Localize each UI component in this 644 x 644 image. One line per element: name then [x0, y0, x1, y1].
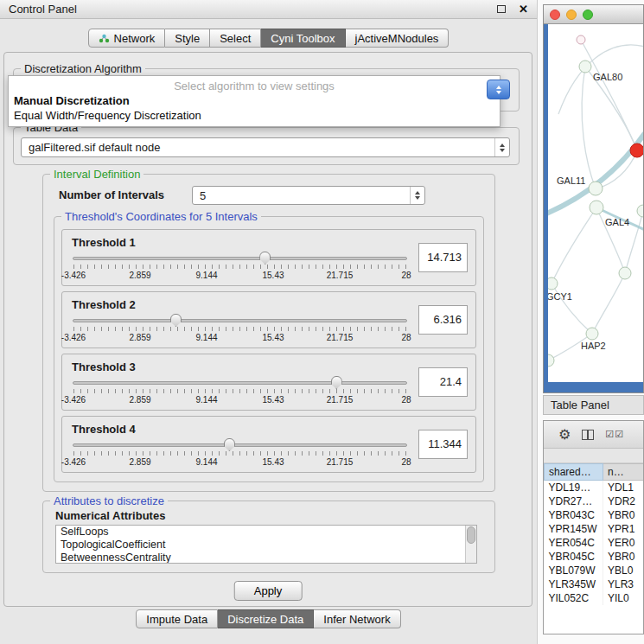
network-node[interactable] — [548, 354, 554, 367]
threshold-3-slider-area: Threshold 3 -3.426 2.859 9.144 15.43 — [70, 357, 410, 407]
network-graph: GAL80 GAL11 GAL4 GCY1 HAP2 — [548, 24, 643, 382]
apply-button[interactable]: Apply — [234, 581, 303, 601]
cell-shared-name[interactable]: YLR345W — [545, 577, 603, 591]
threshold-4-slider[interactable]: -3.426 2.859 9.144 15.43 21.715 28 — [73, 437, 407, 469]
number-of-intervals-stepper[interactable] — [410, 187, 424, 204]
columns-icon[interactable] — [582, 430, 594, 440]
algorithm-option-equal-width[interactable]: Equal Width/Frequency Discretization — [9, 108, 500, 123]
cell-name[interactable]: YBR0 — [603, 550, 644, 564]
slider-track[interactable] — [73, 257, 407, 260]
threshold-3-slider[interactable]: -3.426 2.859 9.144 15.43 21.715 28 — [73, 375, 407, 407]
slider-handle[interactable] — [331, 376, 342, 389]
table-row[interactable]: YBR043CYBR0 — [545, 508, 644, 522]
list-item[interactable]: TopologicalCoefficient — [56, 539, 476, 552]
network-edge[interactable] — [552, 207, 596, 284]
tab-discretize-data[interactable]: Discretize Data — [218, 609, 314, 628]
network-node[interactable] — [586, 328, 598, 340]
cell-shared-name[interactable]: YDL19… — [545, 481, 603, 494]
list-item[interactable]: BetweennessCentrality — [56, 552, 476, 564]
zoom-traffic-light-icon[interactable] — [583, 10, 593, 20]
algorithm-combo-stepper[interactable] — [487, 80, 510, 99]
threshold-2-slider[interactable]: -3.426 2.859 9.144 15.43 21.715 28 — [73, 313, 407, 345]
network-node[interactable] — [577, 35, 585, 44]
slider-handle[interactable] — [259, 252, 271, 265]
tab-style[interactable]: Style — [165, 29, 210, 48]
network-node[interactable] — [590, 201, 603, 214]
network-edge[interactable] — [592, 273, 625, 334]
network-edge[interactable] — [581, 40, 637, 150]
threshold-4-label: Threshold 4 — [72, 423, 410, 436]
table-data-combo-stepper[interactable] — [494, 138, 509, 156]
select-all-checkboxes-icon[interactable]: ☑☑ — [605, 429, 624, 440]
slider-track[interactable] — [73, 381, 407, 385]
slider-track[interactable] — [73, 319, 407, 322]
close-traffic-light-icon[interactable] — [550, 10, 560, 20]
threshold-3-panel: Threshold 3 -3.426 2.859 9.144 15.43 — [61, 354, 476, 411]
table-row[interactable]: YER054CYER0 — [545, 536, 644, 550]
table-row[interactable]: YIL052CYIL0 — [545, 591, 644, 605]
cell-name[interactable]: YIL0 — [603, 591, 644, 605]
scrollbar-thumb[interactable] — [467, 526, 475, 544]
slider-handle[interactable] — [224, 438, 235, 451]
table-row[interactable]: YBR045CYBR0 — [545, 550, 644, 564]
tab-impute-data[interactable]: Impute Data — [136, 609, 218, 628]
table-row[interactable]: YBL079WYBL0 — [545, 564, 644, 577]
scale-label: -3.426 — [61, 457, 86, 467]
cell-name[interactable]: YDL1 — [603, 481, 644, 494]
float-window-icon[interactable] — [497, 5, 506, 13]
network-tab-icon — [99, 34, 110, 43]
threshold-1-slider[interactable]: -3.426 2.859 9.144 15.43 21.715 28 — [73, 251, 407, 283]
cell-name[interactable]: YDR2 — [603, 494, 644, 508]
threshold-3-value-field[interactable]: 21.4 — [418, 367, 468, 397]
tab-network[interactable]: Network — [88, 29, 166, 48]
tab-infer-network[interactable]: Infer Network — [314, 609, 400, 628]
cell-shared-name[interactable]: YBR043C — [545, 508, 603, 522]
gear-icon[interactable]: ⚙ — [558, 428, 571, 442]
slider-handle[interactable] — [170, 314, 182, 327]
tab-cyni-toolbox[interactable]: Cyni Toolbox — [261, 29, 345, 48]
number-of-intervals-value: 5 — [193, 189, 410, 202]
cell-shared-name[interactable]: YER054C — [545, 536, 603, 550]
number-of-intervals-label: Number of Intervals — [59, 188, 164, 201]
network-edge[interactable] — [582, 67, 596, 188]
list-item[interactable]: SelfLoops — [56, 526, 476, 539]
network-node[interactable] — [579, 61, 591, 73]
tab-jactivemnodules[interactable]: jActiveMNodules — [346, 29, 450, 48]
algorithm-option-manual[interactable]: Manual Discretization — [9, 93, 500, 108]
network-canvas[interactable]: GAL80 GAL11 GAL4 GCY1 HAP2 — [548, 24, 643, 382]
network-node[interactable] — [619, 267, 631, 279]
cell-shared-name[interactable]: YDR27… — [545, 494, 603, 508]
threshold-2-value-field[interactable]: 6.316 — [418, 305, 468, 335]
table-toolbar: ⚙ ☑☑ — [544, 421, 643, 449]
network-node[interactable] — [589, 182, 603, 195]
cell-shared-name[interactable]: YBL079W — [545, 564, 603, 577]
close-icon[interactable]: ✕ — [519, 3, 528, 16]
table-row[interactable]: YLR345WYLR3 — [545, 577, 644, 591]
cell-name[interactable]: YBR0 — [603, 508, 644, 522]
threshold-1-slider-area: Threshold 1 -3.426 2.859 9.144 15.43 — [70, 233, 410, 283]
column-header-name[interactable]: n… — [603, 464, 644, 481]
threshold-1-value-field[interactable]: 14.713 — [418, 243, 468, 272]
table-data-combo[interactable]: galFiltered.sif default node — [21, 137, 510, 157]
cell-name[interactable]: YPR1 — [603, 522, 644, 536]
cell-shared-name[interactable]: YBR045C — [545, 550, 603, 564]
scale-label: 28 — [401, 457, 411, 467]
tab-select[interactable]: Select — [210, 29, 261, 48]
table-row[interactable]: YDR27…YDR2 — [545, 494, 644, 508]
table-row[interactable]: YDL19…YDL1 — [545, 481, 644, 494]
network-node[interactable] — [548, 277, 558, 290]
minimize-traffic-light-icon[interactable] — [566, 10, 577, 20]
table-row[interactable]: YPR145WYPR1 — [545, 522, 644, 536]
cell-name[interactable]: YLR3 — [603, 577, 644, 591]
cell-shared-name[interactable]: YPR145W — [545, 522, 603, 536]
cell-name[interactable]: YER0 — [603, 536, 644, 550]
network-node[interactable] — [637, 205, 643, 217]
cell-shared-name[interactable]: YIL052C — [545, 591, 603, 605]
list-scrollbar[interactable] — [465, 526, 476, 563]
column-header-shared-name[interactable]: shared… — [545, 464, 603, 481]
cell-name[interactable]: YBL0 — [603, 564, 644, 577]
network-node-selected[interactable] — [630, 143, 643, 157]
number-of-intervals-combo[interactable]: 5 — [192, 186, 425, 205]
slider-track[interactable] — [73, 443, 407, 447]
threshold-4-value-field[interactable]: 11.344 — [418, 430, 468, 459]
